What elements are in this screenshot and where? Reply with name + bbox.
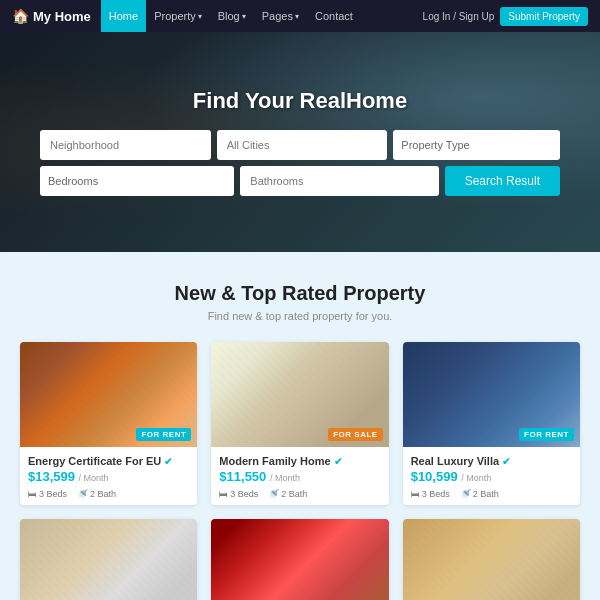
property-meta: 🛏 3 Beds 🚿 2 Bath (219, 489, 380, 499)
baths-meta: 🚿 2 Bath (268, 489, 307, 499)
bed-icon: 🛏 (219, 489, 228, 499)
brand-name: My Home (33, 9, 91, 24)
price-period: / Month (461, 473, 491, 483)
property-info: Real Luxury Villa ✔ $10,599 / Month 🛏 3 … (403, 447, 580, 505)
property-image: FOR SALE (211, 519, 388, 600)
property-info: Modern Family Home ✔ $11,550 / Month 🛏 3… (211, 447, 388, 505)
beds-count: 3 Beds (422, 489, 450, 499)
property-meta: 🛏 3 Beds 🚿 2 Bath (28, 489, 189, 499)
bath-icon: 🚿 (460, 489, 471, 499)
hero-section: Find Your RealHome Property Type House A… (0, 32, 600, 252)
property-name: Real Luxury Villa ✔ (411, 455, 572, 467)
baths-meta: 🚿 2 Bath (460, 489, 499, 499)
navbar: 🏠 My Home Home Property ▾ Blog ▾ Pages ▾… (0, 0, 600, 32)
section-title: New & Top Rated Property (20, 282, 580, 305)
section-subtitle: Find new & top rated property for you. (20, 310, 580, 322)
hero-title: Find Your RealHome (193, 88, 407, 114)
verified-icon: ✔ (164, 456, 172, 467)
nav-item-home[interactable]: Home (101, 0, 146, 32)
house-icon: 🏠 (12, 8, 29, 24)
verified-icon: ✔ (502, 456, 510, 467)
baths-meta: 🚿 2 Bath (77, 489, 116, 499)
property-card-4[interactable]: FOR RENT Energy Certificate For EU ✔ $13… (20, 519, 197, 600)
price-period: / Month (79, 473, 109, 483)
nav-item-pages[interactable]: Pages ▾ (254, 0, 307, 32)
property-meta: 🛏 3 Beds 🚿 2 Bath (411, 489, 572, 499)
search-form: Property Type House Apartment Villa Bedr… (40, 130, 560, 196)
property-price: $13,599 / Month (28, 469, 189, 484)
bed-icon: 🛏 (28, 489, 37, 499)
property-price: $11,550 / Month (219, 469, 380, 484)
price-period: / Month (270, 473, 300, 483)
baths-count: 2 Bath (473, 489, 499, 499)
property-card-1[interactable]: FOR RENT Energy Certificate For EU ✔ $13… (20, 342, 197, 505)
property-image: FOR SALE (211, 342, 388, 447)
property-card-3[interactable]: FOR RENT Real Luxury Villa ✔ $10,599 / M… (403, 342, 580, 505)
beds-count: 3 Beds (230, 489, 258, 499)
beds-meta: 🛏 3 Beds (411, 489, 450, 499)
chevron-down-icon: ▾ (198, 12, 202, 21)
property-type-select[interactable]: Property Type House Apartment Villa (393, 130, 560, 160)
property-image: FOR RENT (403, 519, 580, 600)
bath-icon: 🚿 (77, 489, 88, 499)
beds-count: 3 Beds (39, 489, 67, 499)
neighborhood-input[interactable] (40, 130, 211, 160)
property-grid: FOR RENT Energy Certificate For EU ✔ $13… (20, 342, 580, 600)
beds-meta: 🛏 3 Beds (219, 489, 258, 499)
property-card-2[interactable]: FOR SALE Modern Family Home ✔ $11,550 / … (211, 342, 388, 505)
submit-property-button[interactable]: Submit Property (500, 7, 588, 26)
brand-logo[interactable]: 🏠 My Home (12, 8, 91, 24)
beds-meta: 🛏 3 Beds (28, 489, 67, 499)
property-card-6[interactable]: FOR RENT Real Luxury Villa ✔ $10,599 / M… (403, 519, 580, 600)
property-badge: FOR RENT (519, 428, 574, 441)
property-badge: FOR SALE (328, 428, 382, 441)
baths-count: 2 Bath (90, 489, 116, 499)
property-price: $10,599 / Month (411, 469, 572, 484)
property-image: FOR RENT (20, 519, 197, 600)
nav-item-contact[interactable]: Contact (307, 0, 361, 32)
search-row-2: Bedrooms 1 2 3 4+ Search Result (40, 166, 560, 196)
login-button[interactable]: Log In / Sign Up (423, 11, 495, 22)
property-image: FOR RENT (403, 342, 580, 447)
verified-icon: ✔ (334, 456, 342, 467)
cities-input[interactable] (217, 130, 388, 160)
property-card-5[interactable]: FOR SALE Modern Family Home ✔ $11,550 / … (211, 519, 388, 600)
search-button[interactable]: Search Result (445, 166, 560, 196)
property-info: Energy Certificate For EU ✔ $13,599 / Mo… (20, 447, 197, 505)
nav-actions: Log In / Sign Up Submit Property (423, 7, 588, 26)
bedrooms-select[interactable]: Bedrooms 1 2 3 4+ (40, 166, 234, 196)
nav-item-property[interactable]: Property ▾ (146, 0, 210, 32)
bed-icon: 🛏 (411, 489, 420, 499)
property-section: New & Top Rated Property Find new & top … (0, 252, 600, 600)
property-name: Modern Family Home ✔ (219, 455, 380, 467)
nav-links: Home Property ▾ Blog ▾ Pages ▾ Contact (101, 0, 423, 32)
baths-count: 2 Bath (281, 489, 307, 499)
search-row-1: Property Type House Apartment Villa (40, 130, 560, 160)
nav-item-blog[interactable]: Blog ▾ (210, 0, 254, 32)
chevron-down-icon: ▾ (242, 12, 246, 21)
bath-icon: 🚿 (268, 489, 279, 499)
bathrooms-input[interactable] (240, 166, 438, 196)
property-name: Energy Certificate For EU ✔ (28, 455, 189, 467)
property-image: FOR RENT (20, 342, 197, 447)
chevron-down-icon: ▾ (295, 12, 299, 21)
property-badge: FOR RENT (136, 428, 191, 441)
